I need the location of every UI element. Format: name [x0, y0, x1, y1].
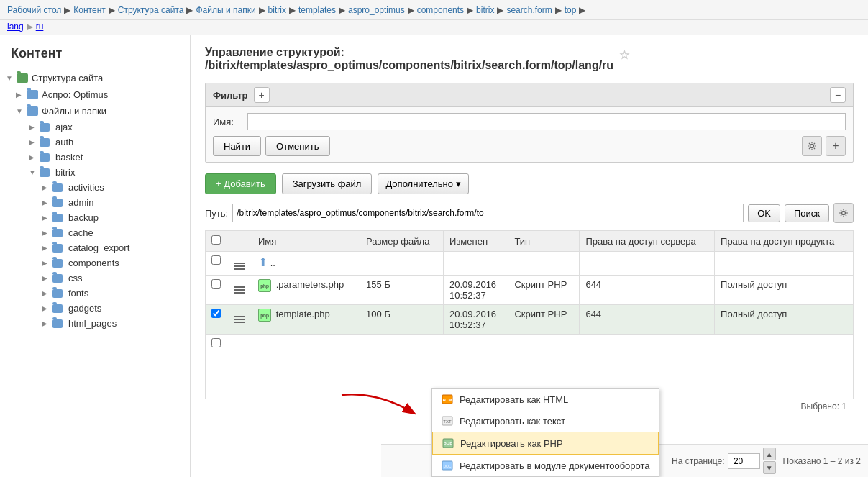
row-checkbox[interactable] — [211, 309, 221, 318]
sidebar-label: bitrix — [55, 167, 75, 178]
folder-icon — [52, 304, 63, 313]
filter-buttons: Найти Отменить + — [213, 136, 846, 156]
breadcrumb-link-ru[interactable]: ru — [36, 22, 44, 32]
sidebar-item-activities[interactable]: ▶ activities — [0, 180, 190, 195]
row-name[interactable]: .parameters.php — [276, 279, 344, 290]
context-menu: HTM Редактировать как HTML TXT Редактиро… — [431, 388, 659, 477]
arrow-right-icon: ▶ — [42, 289, 50, 297]
row-checkbox[interactable] — [211, 338, 221, 347]
path-label: Путь: — [205, 208, 228, 219]
page-size-input[interactable] — [728, 453, 760, 469]
sidebar-item-auth[interactable]: ▶ auth — [0, 135, 190, 150]
context-menu-item-php[interactable]: PHP Редактировать как PHP — [432, 432, 659, 455]
breadcrumb-link-structure[interactable]: Структура сайта — [118, 5, 184, 15]
sidebar-item-fonts[interactable]: ▶ fonts — [0, 286, 190, 301]
sidebar-item-components[interactable]: ▶ components — [0, 255, 190, 271]
sidebar-label: components — [68, 258, 119, 268]
filter-collapse-button[interactable]: − — [830, 87, 846, 103]
folder-icon — [52, 289, 63, 298]
path-gear-button[interactable] — [833, 203, 854, 223]
page-up-button[interactable]: ▲ — [763, 448, 776, 460]
context-menu-item-html[interactable]: HTM Редактировать как HTML — [432, 389, 659, 410]
col-header-rights-server: Права на доступ сервера — [580, 231, 715, 252]
row-rights-server: 644 — [580, 305, 715, 335]
row-rights-server — [580, 252, 715, 276]
row-name-cell: php template.php — [252, 305, 360, 335]
page-select: На странице: ▲ ▼ — [672, 448, 776, 474]
folder-icon — [40, 168, 50, 177]
row-name[interactable]: .. — [270, 258, 275, 268]
row-checkbox[interactable] — [211, 255, 221, 265]
sidebar-label: gadgets — [68, 303, 101, 314]
sidebar-item-bitrix[interactable]: ▼ bitrix — [0, 165, 190, 180]
filter-name-row: Имя: — [213, 113, 846, 130]
row-rights-product: Полный доступ — [715, 276, 854, 305]
breadcrumb-link-components[interactable]: components — [417, 5, 464, 15]
col-header-check — [206, 231, 227, 252]
breadcrumb-link-desktop[interactable]: Рабочий стол — [7, 5, 61, 15]
select-all-checkbox[interactable] — [211, 235, 221, 245]
path-input[interactable] — [232, 204, 744, 222]
row-name-cell: php .parameters.php — [252, 276, 360, 305]
folder-icon — [27, 106, 38, 116]
row-size: 155 Б — [360, 276, 444, 305]
arrow-right-icon: ▶ — [29, 153, 37, 161]
sidebar-item-structure[interactable]: ▼ Структура сайта — [0, 70, 190, 86]
folder-icon — [40, 123, 50, 132]
sidebar-item-admin[interactable]: ▶ admin — [0, 195, 190, 210]
page-down-button[interactable]: ▼ — [763, 461, 776, 474]
sidebar-item-cache[interactable]: ▶ cache — [0, 225, 190, 240]
breadcrumb-link-bitrix2[interactable]: bitrix — [476, 5, 494, 15]
breadcrumb-link-searchform[interactable]: search.form — [506, 5, 552, 15]
arrow-right-icon: ▶ — [42, 319, 50, 327]
path-search-button[interactable]: Поиск — [785, 204, 829, 222]
filter-add-button[interactable]: + — [254, 87, 270, 103]
context-menu-item-text[interactable]: TXT Редактировать как текст — [432, 410, 659, 432]
breadcrumb-link-files[interactable]: Файлы и папки — [196, 5, 255, 15]
row-menu-icon[interactable] — [233, 285, 246, 295]
upload-button[interactable]: Загрузить файл — [282, 173, 373, 194]
filter-gear-button[interactable] — [802, 136, 822, 156]
sidebar-item-css[interactable]: ▶ css — [0, 271, 190, 286]
breadcrumb-link-aspro[interactable]: aspro_optimus — [348, 5, 405, 15]
breadcrumb-link-top[interactable]: top — [565, 5, 577, 15]
sidebar-item-files[interactable]: ▼ Файлы и папки — [0, 103, 190, 119]
row-menu-cell — [227, 276, 252, 305]
sidebar-label: basket — [55, 152, 83, 163]
filter-find-button[interactable]: Найти — [213, 136, 261, 156]
arrow-right-icon: ▶ — [16, 91, 24, 99]
add-button[interactable]: + Добавить — [205, 173, 276, 194]
row-menu-icon[interactable] — [233, 261, 246, 271]
filter-name-input[interactable] — [247, 113, 846, 130]
filter-cancel-button[interactable]: Отменить — [265, 136, 329, 156]
sidebar-item-catalog-export[interactable]: ▶ catalog_export — [0, 240, 190, 255]
breadcrumb-link-lang[interactable]: lang — [7, 22, 24, 32]
star-icon[interactable]: ☆ — [619, 48, 629, 62]
filter-header: Фильтр + − — [206, 83, 853, 107]
context-menu-label: Редактировать в модуле документооборота — [460, 460, 650, 471]
folder-icon — [52, 274, 63, 283]
row-menu-cell — [227, 252, 252, 276]
sidebar-item-ajax[interactable]: ▶ ajax — [0, 119, 190, 135]
sidebar-item-basket[interactable]: ▶ basket — [0, 150, 190, 165]
context-menu-item-doc[interactable]: DOC Редактировать в модуле документообор… — [432, 455, 659, 476]
sidebar-item-aspro[interactable]: ▶ Аспро: Optimus — [0, 86, 190, 103]
sidebar-label: activities — [68, 182, 104, 193]
sidebar-item-backup[interactable]: ▶ backup — [0, 210, 190, 225]
breadcrumb-link-content[interactable]: Контент — [73, 5, 105, 15]
sidebar-item-html-pages[interactable]: ▶ html_pages — [0, 316, 190, 331]
row-checkbox-cell — [206, 276, 227, 305]
doc-icon: DOC — [441, 459, 454, 472]
row-name[interactable]: template.php — [276, 309, 330, 319]
arrow-right-icon: ▶ — [42, 183, 50, 191]
path-ok-button[interactable]: OK — [748, 204, 780, 222]
row-menu-icon[interactable] — [233, 314, 246, 324]
filter-plus-button[interactable]: + — [826, 136, 846, 156]
more-button[interactable]: Дополнительно ▾ — [378, 173, 469, 194]
sidebar-item-gadgets[interactable]: ▶ gadgets — [0, 301, 190, 316]
col-header-menu — [227, 231, 252, 252]
breadcrumb-link-bitrix[interactable]: bitrix — [268, 5, 286, 15]
breadcrumb-link-templates[interactable]: templates — [298, 5, 336, 15]
row-checkbox[interactable] — [211, 279, 221, 289]
filter-block: Фильтр + − Имя: Найти Отменить — [205, 83, 854, 163]
